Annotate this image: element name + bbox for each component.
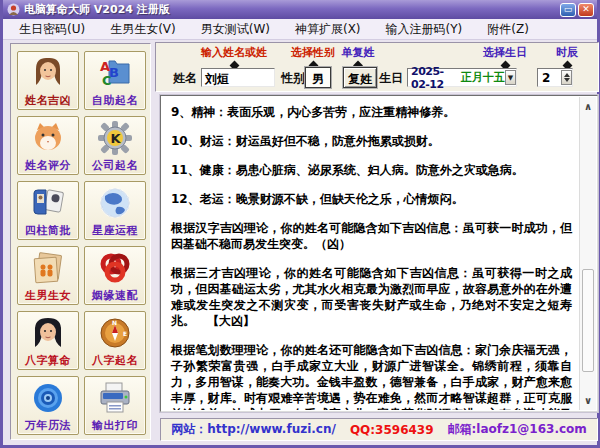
sidebar-button-perpetual-calendar[interactable]: 万年历法 bbox=[17, 376, 79, 435]
minimize-icon: ▭ bbox=[564, 5, 573, 14]
app-window: 电脑算命大师 V2024 注册版 ▭ ✕ 生日密码(U) 生男生女(V) 男女测… bbox=[0, 0, 600, 448]
sidebar-button-bazi-naming[interactable]: N E 八字起名 bbox=[84, 311, 146, 370]
hint-text: 单复姓 bbox=[342, 46, 375, 59]
menu-item-extensions[interactable]: 神算扩展(X) bbox=[295, 21, 361, 38]
qq-text: QQ:3596439 bbox=[350, 423, 434, 437]
spin-down-icon[interactable] bbox=[564, 78, 570, 82]
sidebar-button-marriage-match[interactable]: 姻缘速配 bbox=[84, 246, 146, 305]
scrollbar-thumb[interactable] bbox=[582, 269, 594, 372]
chinese-knot-icon bbox=[97, 250, 133, 286]
sidebar-button-label: 万年历法 bbox=[25, 418, 71, 433]
sidebar-button-label: 姓名评分 bbox=[25, 158, 71, 173]
hour-value: 2 bbox=[542, 71, 550, 85]
sidebar-button-four-pillars[interactable]: 四柱简批 bbox=[17, 181, 79, 240]
sidebar-button-label: 八字算命 bbox=[25, 353, 71, 368]
close-icon: ✕ bbox=[582, 5, 590, 14]
status-bar: 网站：http://www.fuzi.cn/ QQ:3596439 邮箱:lao… bbox=[160, 418, 598, 441]
scroll-down-icon[interactable]: ∨ bbox=[580, 393, 596, 408]
menu-item-boy-girl[interactable]: 生男生女(V) bbox=[110, 21, 176, 38]
result-textarea[interactable]: 9、精神：表面乐观，内心多苦劳，应注重精神修养。 10、财运：财运虽好但不稳，防… bbox=[160, 95, 598, 412]
result-paragraph: 9、精神：表面乐观，内心多苦劳，应注重精神修养。 bbox=[171, 104, 572, 120]
sidebar-button-company-naming[interactable]: K 公司起名 bbox=[84, 116, 146, 175]
name-label: 姓名 bbox=[173, 70, 197, 87]
sidebar-button-label: 自助起名 bbox=[92, 93, 138, 108]
sidebar-button-label: 输出打印 bbox=[92, 418, 138, 433]
sidebar-button-label: 星座运程 bbox=[92, 223, 138, 238]
printer-icon bbox=[97, 380, 133, 416]
result-paragraph: 根据三才吉凶理论，你的姓名可能隐含如下吉凶信息：虽可获得一时之成功，但因基础运太… bbox=[171, 265, 572, 329]
result-paragraph: 根据笔划数理理论，你的姓名还可能隐含如下吉凶信息：家门余庆福无强，子孙繁荣富贵强… bbox=[171, 342, 572, 410]
gender-label: 性别 bbox=[281, 70, 305, 87]
result-paragraph: 11、健康：易患心脏病、泌尿系统、妇人病。防意外之灾或急病。 bbox=[171, 162, 572, 178]
minimize-button[interactable]: ▭ bbox=[560, 3, 576, 17]
name-input[interactable]: 刘烜 bbox=[201, 68, 275, 87]
compound-surname-button[interactable]: 复姓 bbox=[343, 67, 377, 88]
sidebar-button-auto-naming[interactable]: A B C 自助起名 bbox=[84, 51, 146, 110]
gender-value-box[interactable]: 男 bbox=[305, 67, 331, 88]
svg-text:N: N bbox=[112, 319, 117, 326]
result-paragraph: 10、财运：财运虽好但不稳，防意外拖累或损财。 bbox=[171, 133, 572, 149]
woman-face-icon bbox=[30, 55, 66, 91]
sidebar: 姓名吉凶 A B C 自助起名 姓名评分 bbox=[10, 43, 151, 440]
abc-letters-icon: A B C bbox=[97, 55, 133, 91]
globe-icon bbox=[97, 185, 133, 221]
result-paragraph: 12、老运：晚景财源不缺，但缺天伦之乐，心情烦闷。 bbox=[171, 191, 572, 207]
sidebar-button-label: 生男生女 bbox=[25, 288, 71, 303]
app-icon bbox=[7, 3, 20, 16]
sidebar-button-label: 公司起名 bbox=[92, 158, 138, 173]
dropdown-arrow-icon[interactable]: ▼ bbox=[505, 70, 516, 85]
spin-up-icon[interactable] bbox=[564, 73, 570, 77]
hint-text: 时辰 bbox=[556, 46, 578, 59]
result-text: 9、精神：表面乐观，内心多苦劳，应注重精神修养。 10、财运：财运虽好但不稳，防… bbox=[162, 97, 578, 410]
books-icon bbox=[30, 185, 66, 221]
sidebar-button-label: 姻缘速配 bbox=[92, 288, 138, 303]
svg-text:K: K bbox=[111, 131, 122, 146]
email-text: 邮箱:laofz1@163.com bbox=[448, 421, 587, 438]
sidebar-button-label: 四柱简批 bbox=[25, 223, 71, 238]
menu-item-gender-test[interactable]: 男女测试(W) bbox=[201, 21, 270, 38]
cat-icon bbox=[30, 120, 66, 156]
sidebar-button-label: 八字起名 bbox=[92, 353, 138, 368]
calendar-target-icon bbox=[30, 380, 66, 416]
scroll-up-icon[interactable]: ∧ bbox=[580, 99, 596, 114]
sidebar-button-name-luck[interactable]: 姓名吉凶 bbox=[17, 51, 79, 110]
website-text: 网站：http://www.fuzi.cn/ bbox=[171, 421, 336, 438]
result-paragraph: 根据汉字吉凶理论，你的姓名可能隐含如下吉凶信息：虽可获一时成功，但因基础不稳而易… bbox=[171, 220, 572, 252]
menu-item-attachments[interactable]: 附件(Z) bbox=[487, 21, 529, 38]
hour-spinner[interactable]: 2 bbox=[537, 68, 573, 87]
sidebar-button-label: 姓名吉凶 bbox=[25, 93, 71, 108]
sidebar-button-print-output[interactable]: 输出打印 bbox=[84, 376, 146, 435]
hint-text: 选择性别 bbox=[291, 46, 335, 59]
menu-bar: 生日密码(U) 生男生女(V) 男女测试(W) 神算扩展(X) 输入注册码(Y)… bbox=[3, 19, 597, 40]
menu-item-register-code[interactable]: 输入注册码(Y) bbox=[386, 21, 463, 38]
window-title: 电脑算命大师 V2024 注册版 bbox=[24, 2, 558, 17]
sidebar-button-boy-or-girl[interactable]: 生男生女 bbox=[17, 246, 79, 305]
birthday-date-value: 2025-02-12 bbox=[411, 65, 458, 91]
hint-text: 选择生日 bbox=[483, 46, 527, 59]
compass-icon: N E bbox=[97, 315, 133, 351]
vertical-scrollbar[interactable]: ∧ ∨ bbox=[579, 97, 596, 410]
spinner-buttons[interactable] bbox=[561, 70, 572, 85]
portrait-icon bbox=[30, 315, 66, 351]
sidebar-button-horoscope[interactable]: 星座运程 bbox=[84, 181, 146, 240]
birthday-label: 生日 bbox=[379, 70, 403, 87]
family-photo-icon bbox=[30, 250, 66, 286]
svg-text:C: C bbox=[102, 73, 112, 88]
menu-item-birthday-code[interactable]: 生日密码(U) bbox=[19, 21, 85, 38]
birthday-lunar-value: 正月十五 bbox=[461, 70, 505, 85]
title-bar: 电脑算命大师 V2024 注册版 ▭ ✕ bbox=[3, 0, 597, 19]
sidebar-button-bazi-fortune[interactable]: 八字算命 bbox=[17, 311, 79, 370]
birthday-combobox[interactable]: 2025-02-12 正月十五 ▼ bbox=[407, 68, 517, 87]
gear-k-icon: K bbox=[97, 120, 133, 156]
form-fields-row: 姓名 刘烜 性别 男 复姓 生日 2025-02-12 正月十五 ▼ 2 bbox=[156, 66, 598, 88]
input-form-panel: 输入姓名或姓 选择性别 单复姓 选择生日 时辰 姓名 刘烜 性别 男 复姓 生日 bbox=[155, 42, 599, 92]
svg-text:E: E bbox=[123, 330, 127, 337]
close-button[interactable]: ✕ bbox=[578, 3, 594, 17]
sidebar-button-name-score[interactable]: 姓名评分 bbox=[17, 116, 79, 175]
hint-text: 输入姓名或姓 bbox=[201, 46, 267, 59]
